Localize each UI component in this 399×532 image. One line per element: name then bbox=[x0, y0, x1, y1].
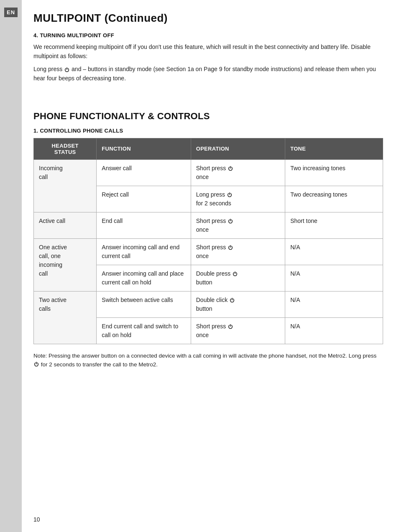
operation-double-press: Double press button bbox=[191, 265, 285, 291]
operation-short-press-once-3: Short press once bbox=[191, 238, 285, 265]
col-header-function: FUNCTION bbox=[97, 138, 191, 159]
subsection-title-1: CONTROLLING PHONE CALLS bbox=[40, 128, 123, 134]
status-two-active-calls: Two activecalls bbox=[34, 291, 97, 344]
function-end-call: End call bbox=[97, 212, 191, 238]
function-answer-call: Answer call bbox=[97, 159, 191, 186]
power-icon-2 bbox=[228, 165, 233, 171]
table-row: One activecall, oneincomingcall Answer i… bbox=[34, 238, 383, 265]
table-row: Incomingcall Answer call Short press onc… bbox=[34, 159, 383, 186]
tone-two-decreasing: Two decreasing tones bbox=[285, 186, 383, 212]
table-header-row: HEADSETSTATUS FUNCTION OPERATION TONE bbox=[34, 138, 383, 159]
operation-short-press-once-2: Short press once bbox=[191, 212, 285, 238]
phone-section-title: PHONE FUNCTIONALITY & CONTROLS bbox=[33, 111, 383, 122]
tone-na-3: N/A bbox=[285, 291, 383, 317]
power-icon-7 bbox=[229, 297, 235, 303]
col-header-status: HEADSETSTATUS bbox=[34, 138, 97, 159]
power-icon-4 bbox=[228, 218, 233, 224]
phone-table: HEADSETSTATUS FUNCTION OPERATION TONE In… bbox=[33, 138, 383, 344]
operation-long-press-2s: Long press for 2 seconds bbox=[191, 186, 285, 212]
power-icon-1 bbox=[64, 66, 70, 72]
status-incoming-call: Incomingcall bbox=[34, 159, 97, 212]
operation-short-press-once-4: Short press once bbox=[191, 317, 285, 344]
operation-short-press-once: Short press once bbox=[191, 159, 285, 186]
table-row: Active call End call Short press once Sh… bbox=[34, 212, 383, 238]
paragraph2-prefix: Long press bbox=[33, 66, 62, 72]
col-header-tone: TONE bbox=[285, 138, 383, 159]
subsection-title-4: TURNING MULTIPOINT OFF bbox=[40, 32, 114, 38]
power-icon-8 bbox=[228, 323, 233, 329]
page-number: 10 bbox=[22, 516, 40, 523]
tone-na-1: N/A bbox=[285, 238, 383, 265]
tone-na-4: N/A bbox=[285, 317, 383, 344]
function-answer-hold: Answer incoming call and place current c… bbox=[97, 265, 191, 291]
power-icon-6 bbox=[232, 271, 238, 276]
function-switch-calls: Switch between active calls bbox=[97, 291, 191, 317]
note-text: Note: Pressing the answer button on a co… bbox=[33, 352, 383, 369]
power-icon-note bbox=[33, 361, 39, 367]
power-icon-5 bbox=[228, 244, 233, 250]
function-reject-call: Reject call bbox=[97, 186, 191, 212]
subsection-heading-4: 4. TURNING MULTIPOINT OFF bbox=[33, 32, 383, 38]
note-prefix: Note: Pressing the answer button on a co… bbox=[33, 353, 376, 359]
subsection-heading-1: 1. CONTROLLING PHONE CALLS bbox=[33, 128, 383, 134]
subsection-number-1: 1. bbox=[33, 128, 38, 134]
multipoint-paragraph2: Long press and – buttons in standby mode… bbox=[33, 65, 383, 83]
power-icon-3 bbox=[227, 192, 233, 197]
paragraph2-suffix: and – buttons in standby mode (see Secti… bbox=[33, 66, 376, 82]
main-content: MULTIPOINT (Continued) 4. TURNING MULTIP… bbox=[22, 0, 399, 532]
tone-short-tone: Short tone bbox=[285, 212, 383, 238]
page-title: MULTIPOINT (Continued) bbox=[33, 12, 383, 25]
sidebar: EN bbox=[0, 0, 22, 532]
status-active-call: Active call bbox=[34, 212, 97, 238]
multipoint-paragraph1: We recommend keeping multipoint off if y… bbox=[33, 43, 383, 61]
operation-double-click: Double click button bbox=[191, 291, 285, 317]
table-row: Two activecalls Switch between active ca… bbox=[34, 291, 383, 317]
tone-two-increasing: Two increasing tones bbox=[285, 159, 383, 186]
function-answer-end: Answer incoming call and end current cal… bbox=[97, 238, 191, 265]
col-header-operation: OPERATION bbox=[191, 138, 285, 159]
note-suffix: for 2 seconds to transfer the call to th… bbox=[41, 361, 158, 368]
subsection-number-4: 4. bbox=[33, 32, 38, 38]
tone-na-2: N/A bbox=[285, 265, 383, 291]
language-badge: EN bbox=[4, 8, 18, 17]
status-one-active-one-incoming: One activecall, oneincomingcall bbox=[34, 238, 97, 291]
function-end-switch: End current call and switch to call on h… bbox=[97, 317, 191, 344]
